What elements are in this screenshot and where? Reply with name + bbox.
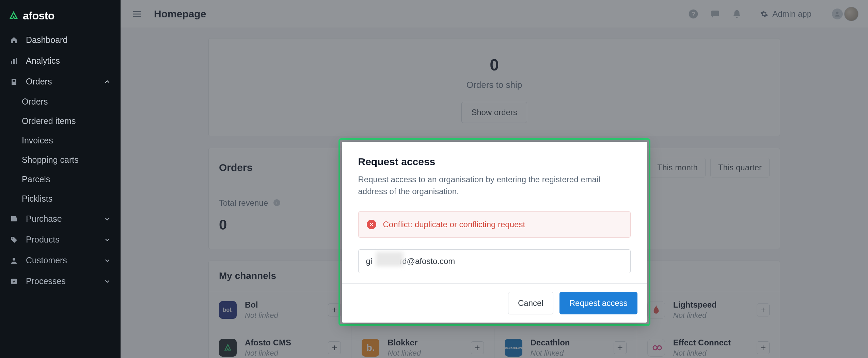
- home-icon: [10, 36, 18, 45]
- purchase-icon: [10, 215, 18, 223]
- sidebar-item-dashboard[interactable]: Dashboard: [0, 30, 121, 50]
- sidebar-subitem-ordered-items[interactable]: Ordered items: [0, 111, 121, 131]
- user-icon: [10, 256, 18, 265]
- sidebar-item-processes[interactable]: Processes: [0, 271, 121, 292]
- sidebar-item-customers[interactable]: Customers: [0, 250, 121, 271]
- sidebar-item-orders[interactable]: Orders: [0, 71, 121, 92]
- cancel-button[interactable]: Cancel: [508, 292, 553, 314]
- modal-overlay[interactable]: Request access Request access to an orga…: [121, 0, 868, 358]
- sidebar: afosto Dashboard Analytics Orders Orders…: [0, 0, 121, 358]
- orders-icon: [10, 77, 18, 86]
- brand-logo-icon: [9, 11, 19, 21]
- error-alert: Conflict: duplicate or conflicting reque…: [358, 211, 631, 238]
- main: Homepage ? Admin app 0 Orders to ship S: [121, 0, 868, 358]
- sidebar-item-label: Processes: [26, 276, 66, 286]
- chevron-up-icon: [104, 78, 111, 85]
- sidebar-subitem-orders[interactable]: Orders: [0, 92, 121, 111]
- error-text: Conflict: duplicate or conflicting reque…: [383, 220, 525, 229]
- request-access-button[interactable]: Request access: [559, 292, 637, 314]
- processes-icon: [10, 277, 18, 286]
- svg-rect-0: [11, 61, 12, 64]
- tag-icon: [10, 235, 18, 244]
- chevron-down-icon: [104, 236, 111, 244]
- svg-point-7: [13, 258, 15, 261]
- modal-highlight: Request access Request access to an orga…: [338, 138, 650, 326]
- sidebar-item-analytics[interactable]: Analytics: [0, 50, 121, 71]
- svg-rect-1: [13, 59, 15, 64]
- sidebar-subitem-shopping-carts[interactable]: Shopping carts: [0, 150, 121, 170]
- svg-rect-2: [16, 58, 17, 64]
- sidebar-subitem-invoices[interactable]: Invoices: [0, 131, 121, 150]
- request-access-modal: Request access Request access to an orga…: [342, 142, 647, 323]
- sidebar-item-label: Orders: [26, 77, 52, 87]
- svg-rect-5: [13, 81, 15, 82]
- sidebar-subitem-picklists[interactable]: Picklists: [0, 189, 121, 208]
- svg-rect-4: [13, 80, 15, 81]
- chevron-down-icon: [104, 215, 111, 223]
- sidebar-item-label: Customers: [26, 255, 67, 265]
- chevron-down-icon: [104, 257, 111, 264]
- sidebar-item-label: Dashboard: [26, 35, 67, 45]
- svg-point-6: [12, 237, 13, 238]
- modal-description: Request access to an organisation by ent…: [358, 174, 631, 198]
- sidebar-item-products[interactable]: Products: [0, 229, 121, 250]
- chevron-down-icon: [104, 278, 111, 285]
- brand-name: afosto: [23, 10, 54, 22]
- sidebar-item-label: Purchase: [26, 214, 62, 224]
- sidebar-item-label: Products: [26, 235, 60, 245]
- sidebar-item-purchase[interactable]: Purchase: [0, 208, 121, 229]
- redacted-region: [376, 252, 403, 266]
- sidebar-item-label: Analytics: [26, 56, 60, 66]
- brand[interactable]: afosto: [0, 6, 121, 30]
- analytics-icon: [10, 57, 18, 65]
- error-icon: [367, 220, 376, 229]
- modal-title: Request access: [358, 156, 631, 168]
- sidebar-subitem-parcels[interactable]: Parcels: [0, 170, 121, 189]
- nav: Dashboard Analytics Orders Orders Ordere…: [0, 30, 121, 292]
